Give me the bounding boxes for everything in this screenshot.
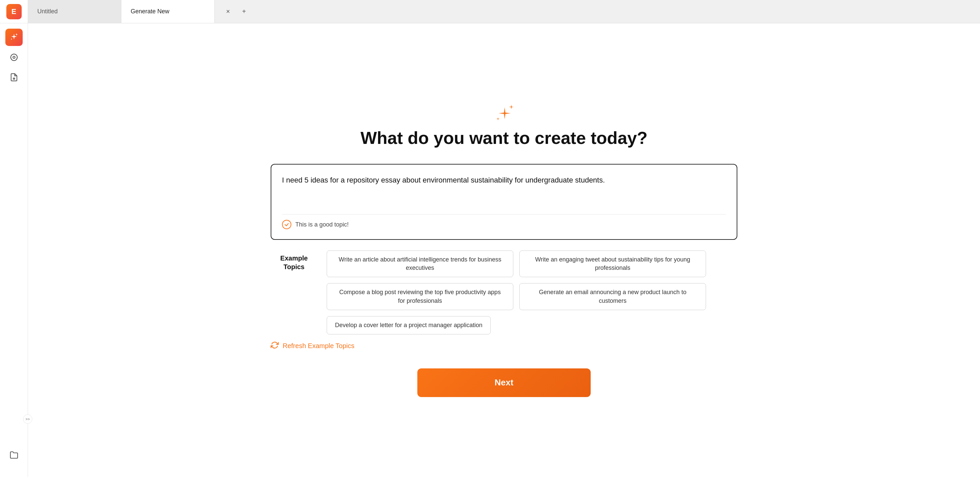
topic-chip-0[interactable]: Write an article about artificial intell… xyxy=(327,250,513,277)
main-area: Untitled Generate New × + xyxy=(28,0,980,477)
refresh-label: Refresh Example Topics xyxy=(283,342,354,350)
tab-controls: × + xyxy=(215,0,257,23)
sidebar-item-ai[interactable] xyxy=(5,29,23,46)
tab-generate-new[interactable]: Generate New xyxy=(121,0,215,23)
center-panel: What do you want to create today? This i… xyxy=(270,103,737,397)
svg-point-1 xyxy=(13,56,15,59)
sparkle-icon xyxy=(491,103,517,128)
sidebar: E xyxy=(0,0,28,477)
sidebar-logo: E xyxy=(0,0,28,23)
next-button[interactable]: Next xyxy=(417,368,591,397)
refresh-topics-button[interactable]: Refresh Example Topics xyxy=(270,341,354,351)
sidebar-nav xyxy=(0,23,28,86)
topic-chip-1[interactable]: Write an engaging tweet about sustainabi… xyxy=(519,250,706,277)
add-tab-button[interactable]: + xyxy=(239,6,249,17)
tab-bar: Untitled Generate New × + xyxy=(28,0,980,23)
tab-untitled[interactable]: Untitled xyxy=(28,0,121,23)
topic-chip-4[interactable]: Develop a cover letter for a project man… xyxy=(327,316,491,334)
topic-textarea[interactable] xyxy=(282,174,726,208)
check-icon xyxy=(282,220,291,229)
sidebar-item-folder[interactable] xyxy=(5,446,23,464)
sidebar-item-history[interactable] xyxy=(5,49,23,66)
sidebar-expand-button[interactable]: >> xyxy=(23,414,32,424)
sidebar-item-import[interactable] xyxy=(5,69,23,86)
example-topics-label: ExampleTopics xyxy=(270,250,317,271)
app-logo[interactable]: E xyxy=(6,4,22,19)
page-title: What do you want to create today? xyxy=(361,128,648,148)
topics-chips: Write an article about artificial intell… xyxy=(327,250,737,334)
topic-feedback: This is a good topic! xyxy=(282,220,726,229)
example-topics-section: ExampleTopics Write an article about art… xyxy=(270,250,737,334)
close-tab-button[interactable]: × xyxy=(223,6,233,17)
feedback-text: This is a good topic! xyxy=(295,221,348,228)
content-area: What do you want to create today? This i… xyxy=(28,23,980,477)
topic-chip-3[interactable]: Generate an email announcing a new produ… xyxy=(519,283,706,310)
topic-chip-2[interactable]: Compose a blog post reviewing the top fi… xyxy=(327,283,513,310)
refresh-icon xyxy=(270,341,278,351)
svg-point-0 xyxy=(11,54,18,61)
topic-input-container: This is a good topic! xyxy=(270,164,737,240)
